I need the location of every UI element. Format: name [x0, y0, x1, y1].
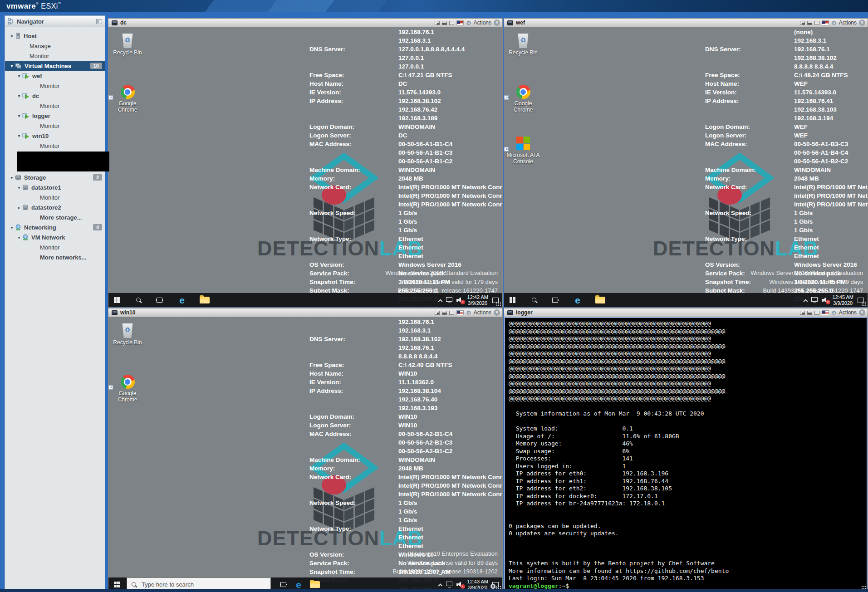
dock-corner-icon[interactable] — [800, 311, 805, 315]
taskbar-dc[interactable]: e × 12:42 AM 3/9/2020 — [108, 293, 502, 307]
maximize-icon[interactable] — [814, 21, 819, 25]
nav-item-datastore1[interactable]: ▾datastore1 — [5, 182, 105, 192]
nav-item-manage[interactable]: Manage — [5, 41, 105, 51]
nav-item-storage[interactable]: ▾Storage2 — [5, 172, 105, 182]
nav-item-dc[interactable]: ▾dc — [5, 91, 105, 101]
actions-button[interactable]: Actions — [474, 309, 491, 316]
resize-grip[interactable] — [861, 301, 866, 306]
expander-icon[interactable]: ▸ — [16, 205, 22, 210]
network-icon[interactable] — [446, 297, 452, 302]
expander-icon[interactable]: ▾ — [16, 73, 22, 78]
nav-item-more-networks[interactable]: More networks... — [5, 252, 105, 262]
dock-corner-icon[interactable] — [800, 21, 805, 25]
console-window-win10[interactable]: win10 ⚙ Actions × ♻ Recycle Bin ↗ Google… — [108, 308, 503, 592]
keyboard-layout-flag-icon[interactable] — [822, 20, 829, 25]
network-icon[interactable] — [446, 582, 452, 586]
internet-explorer-icon[interactable]: e — [572, 293, 584, 307]
vm-desktop-dc[interactable]: ♻ Recycle Bin ↗ Google Chrome DETECTIONL… — [108, 27, 502, 307]
desktop-icon-google-chrome[interactable]: ↗ Google Chrome — [109, 83, 146, 113]
expander-icon[interactable]: ▾ — [16, 235, 22, 240]
expander-icon[interactable]: ▾ — [9, 225, 15, 230]
system-tray[interactable]: × 12:42 AM 3/9/2020 — [439, 293, 499, 307]
maximize-icon[interactable] — [449, 311, 454, 315]
task-view-icon[interactable] — [153, 293, 165, 307]
expander-icon[interactable]: ▾ — [16, 93, 22, 98]
close-icon[interactable]: × — [859, 309, 865, 316]
tray-expand-icon[interactable] — [438, 583, 442, 588]
speaker-muted-icon[interactable]: × — [456, 297, 463, 303]
expander-icon[interactable]: ▾ — [16, 113, 22, 118]
nav-item-win10[interactable]: ▾win10 — [5, 131, 105, 141]
console-window-logger[interactable]: logger ⚙ Actions × @@@@@@@@@@@@@@@@@@@@@… — [504, 308, 868, 592]
actions-button[interactable]: Actions — [839, 309, 857, 316]
start-button[interactable] — [506, 293, 518, 307]
dock-bottom-icon[interactable] — [442, 21, 447, 25]
speaker-muted-icon[interactable]: × — [456, 582, 463, 587]
terminal[interactable]: @@@@@@@@@@@@@@@@@@@@@@@@@@@@@@@@@@@@@@@@… — [504, 317, 868, 592]
actions-button[interactable]: Actions — [474, 20, 491, 26]
dock-bottom-icon[interactable] — [807, 311, 812, 315]
expander-icon[interactable]: ▾ — [16, 133, 22, 138]
collapse-panel-icon[interactable] — [96, 19, 102, 24]
nav-item-virtual-machines[interactable]: ▾Virtual Machines10 — [5, 61, 105, 71]
vm-desktop-wef[interactable]: ♻ Recycle Bin ↗ Google Chrome ↗ Microsof… — [504, 27, 868, 307]
nav-item-vm-network[interactable]: ▾VM Network — [5, 232, 105, 242]
desktop-icon-recycle-bin[interactable]: ♻ Recycle Bin — [109, 32, 146, 56]
maximize-icon[interactable] — [814, 311, 819, 315]
dock-bottom-icon[interactable] — [807, 21, 812, 25]
nav-item-monitor[interactable]: Monitor — [5, 101, 105, 111]
console-window-wef[interactable]: wef ⚙ Actions × ♻ Recycle Bin ↗ Google C… — [504, 18, 868, 308]
nav-item-logger[interactable]: ▾logger — [5, 111, 105, 121]
close-icon[interactable]: × — [494, 20, 500, 26]
dock-corner-icon[interactable] — [435, 21, 440, 25]
maximize-icon[interactable] — [449, 21, 454, 25]
nav-item-monitor[interactable]: Monitor — [5, 121, 105, 131]
speaker-muted-icon[interactable]: × — [822, 297, 829, 303]
search-icon[interactable] — [133, 293, 145, 307]
system-tray[interactable]: × 12:45 AM 3/9/2020 — [804, 293, 864, 307]
desktop-icon-google-chrome[interactable]: ↗ Google Chrome — [505, 83, 541, 113]
keyboard-layout-flag-icon[interactable] — [822, 310, 829, 315]
window-titlebar-wef[interactable]: wef ⚙ Actions × — [504, 19, 868, 27]
keyboard-layout-flag-icon[interactable] — [456, 20, 464, 25]
nav-item-networking[interactable]: ▾Networking4 — [5, 222, 105, 232]
expander-icon[interactable]: ▾ — [16, 185, 22, 190]
task-view-icon[interactable] — [549, 293, 561, 307]
expander-icon[interactable]: ▾ — [9, 175, 15, 180]
taskbar-clock[interactable]: 12:45 AM 3/9/2020 — [833, 294, 853, 306]
desktop-icon-microsoft-ata-console[interactable]: ↗ Microsoft ATA Console — [505, 134, 541, 165]
tray-expand-icon[interactable] — [438, 299, 442, 303]
expander-icon[interactable]: ▾ — [9, 34, 15, 39]
dock-bottom-icon[interactable] — [442, 311, 447, 315]
close-icon[interactable]: × — [859, 20, 865, 26]
nav-item-monitor[interactable]: Monitor — [5, 51, 105, 61]
console-window-dc[interactable]: dc ⚙ Actions × ♻ Recycle Bin ↗ Google Ch… — [108, 18, 503, 308]
window-titlebar-dc[interactable]: dc ⚙ Actions × — [108, 19, 502, 27]
nav-item-datastore2[interactable]: ▸datastore2 — [5, 202, 105, 212]
nav-item-monitor[interactable]: Monitor — [5, 81, 105, 91]
vm-console-logger[interactable]: @@@@@@@@@@@@@@@@@@@@@@@@@@@@@@@@@@@@@@@@… — [504, 317, 868, 592]
window-titlebar-logger[interactable]: logger ⚙ Actions × — [504, 308, 868, 317]
gear-icon[interactable]: ⚙ — [466, 20, 471, 26]
nav-item-monitor[interactable]: Monitor — [5, 141, 105, 151]
desktop-icon-google-chrome[interactable]: ↗ Google Chrome — [109, 372, 146, 403]
nav-item-monitor[interactable]: Monitor — [5, 192, 105, 202]
dock-corner-icon[interactable] — [435, 311, 440, 315]
desktop-icon-recycle-bin[interactable]: ♻ Recycle Bin — [109, 322, 146, 346]
start-button[interactable] — [111, 293, 123, 307]
gear-icon[interactable]: ⚙ — [831, 310, 837, 316]
network-icon[interactable] — [811, 297, 818, 302]
internet-explorer-icon[interactable]: e — [176, 293, 188, 307]
file-explorer-icon[interactable] — [594, 293, 606, 307]
desktop-icon-recycle-bin[interactable]: ♻ Recycle Bin — [505, 32, 541, 56]
nav-item-host[interactable]: ▾Host — [5, 31, 105, 41]
search-icon[interactable] — [529, 293, 540, 307]
actions-button[interactable]: Actions — [839, 20, 857, 26]
resize-grip[interactable] — [496, 301, 501, 306]
close-icon[interactable]: × — [494, 309, 500, 316]
nav-item-monitor[interactable]: Monitor — [5, 242, 105, 252]
file-explorer-icon[interactable] — [199, 293, 211, 307]
expander-icon[interactable]: ▾ — [9, 64, 15, 68]
gear-icon[interactable]: ⚙ — [831, 20, 837, 26]
keyboard-layout-flag-icon[interactable] — [456, 310, 464, 315]
